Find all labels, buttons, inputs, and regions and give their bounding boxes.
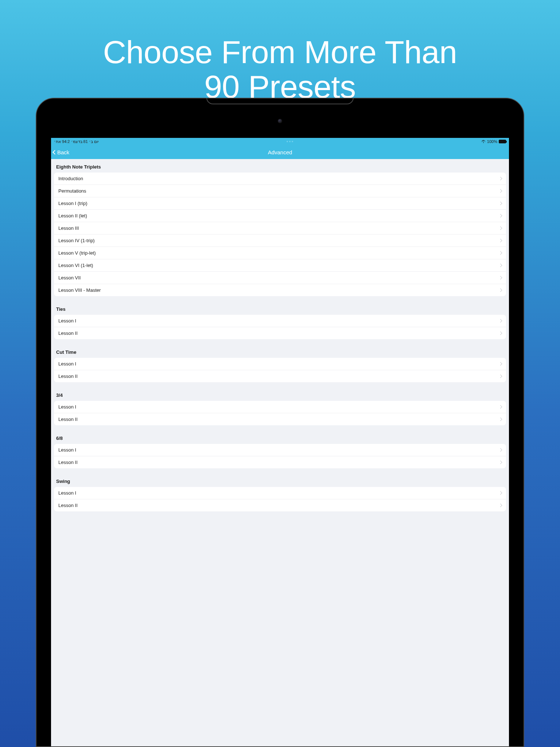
section-header: Cut Time	[51, 339, 509, 358]
back-label: Back	[57, 149, 69, 155]
battery-icon	[499, 140, 506, 143]
list-item-label: Lesson I	[58, 447, 76, 453]
chevron-left-icon	[52, 150, 57, 155]
battery-percent: 100%	[487, 139, 497, 144]
chevron-right-icon	[499, 202, 502, 205]
chevron-right-icon	[499, 289, 502, 292]
list-item[interactable]: Lesson II	[54, 413, 506, 425]
section-group: Lesson ILesson II	[54, 315, 506, 339]
status-bar: יום ב׳ 18 בדצמ׳ 2:49 אח׳ 100%	[51, 138, 509, 145]
list-item[interactable]: Lesson I	[54, 487, 506, 499]
list-item[interactable]: Lesson VII	[54, 271, 506, 284]
list-item[interactable]: Lesson II	[54, 499, 506, 511]
list-item[interactable]: Lesson I	[54, 358, 506, 370]
chevron-right-icon	[499, 177, 502, 181]
section-group: Lesson ILesson II	[54, 358, 506, 382]
list-item[interactable]: Lesson II	[54, 327, 506, 339]
chevron-right-icon	[499, 375, 502, 378]
section-header: 6/8	[51, 425, 509, 444]
section-group: IntroductionPermutationsLesson I (trip)L…	[54, 173, 506, 296]
preset-list[interactable]: Eighth Note TripletsIntroductionPermutat…	[51, 159, 509, 511]
list-item-label: Lesson I (trip)	[58, 201, 87, 206]
section-header: Swing	[51, 468, 509, 487]
list-item[interactable]: Lesson II	[54, 370, 506, 382]
chevron-right-icon	[499, 227, 502, 230]
wifi-icon	[481, 140, 486, 143]
chevron-right-icon	[499, 362, 502, 366]
app-screen: יום ב׳ 18 בדצמ׳ 2:49 אח׳ 100% Back Advan…	[51, 138, 509, 746]
chevron-right-icon	[499, 189, 502, 193]
status-right: 100%	[481, 139, 506, 144]
list-item-label: Lesson I	[58, 404, 76, 410]
camera-dot	[278, 119, 282, 123]
list-item[interactable]: Lesson IV (1-trip)	[54, 234, 506, 247]
back-button[interactable]: Back	[51, 149, 69, 155]
chevron-right-icon	[499, 239, 502, 243]
list-item-label: Lesson III	[58, 225, 79, 231]
chevron-right-icon	[499, 214, 502, 218]
chevron-right-icon	[499, 405, 502, 409]
list-item-label: Lesson V (trip-let)	[58, 250, 96, 256]
list-item[interactable]: Lesson I	[54, 401, 506, 413]
chevron-right-icon	[499, 251, 502, 255]
hero-line-1: Choose From More Than	[103, 34, 457, 70]
list-item[interactable]: Lesson III	[54, 222, 506, 234]
list-item-label: Permutations	[58, 188, 86, 194]
chevron-right-icon	[499, 332, 502, 335]
chevron-right-icon	[499, 264, 502, 267]
status-time: יום ב׳ 18 בדצמ׳ 2:49 אח׳	[54, 139, 98, 144]
list-item-label: Lesson II	[58, 417, 78, 422]
list-item-label: Lesson IV (1-trip)	[58, 238, 95, 243]
section-header: Ties	[51, 296, 509, 315]
list-item[interactable]: Lesson VI (1-let)	[54, 259, 506, 271]
list-item[interactable]: Permutations	[54, 185, 506, 197]
list-item[interactable]: Lesson II (let)	[54, 209, 506, 222]
list-item-label: Lesson VIII - Master	[58, 287, 101, 293]
list-item[interactable]: Lesson I (trip)	[54, 197, 506, 209]
nav-bar: Back Advanced	[51, 145, 509, 159]
chevron-right-icon	[499, 461, 502, 464]
section-group: Lesson ILesson II	[54, 401, 506, 425]
list-item[interactable]: Lesson II	[54, 456, 506, 468]
list-item-label: Lesson I	[58, 361, 76, 367]
list-item-label: Lesson II	[58, 460, 78, 465]
chevron-right-icon	[499, 504, 502, 507]
list-item-label: Lesson I	[58, 318, 76, 324]
list-item-label: Lesson II	[58, 330, 78, 336]
section-header: 3/4	[51, 382, 509, 401]
chevron-right-icon	[499, 319, 502, 323]
list-item[interactable]: Lesson VIII - Master	[54, 284, 506, 296]
chevron-right-icon	[499, 491, 502, 495]
chevron-right-icon	[499, 448, 502, 452]
section-group: Lesson ILesson II	[54, 487, 506, 511]
list-item[interactable]: Introduction	[54, 173, 506, 185]
list-item[interactable]: Lesson I	[54, 444, 506, 456]
list-item[interactable]: Lesson I	[54, 315, 506, 327]
chevron-right-icon	[499, 276, 502, 280]
chevron-right-icon	[499, 418, 502, 421]
promo-background: Choose From More Than 90 Presets יום ב׳ …	[0, 0, 560, 747]
list-item-label: Lesson II	[58, 503, 78, 508]
section-group: Lesson ILesson II	[54, 444, 506, 468]
list-item-label: Introduction	[58, 176, 83, 181]
list-item-label: Lesson VI (1-let)	[58, 263, 93, 268]
tablet-frame: יום ב׳ 18 בדצמ׳ 2:49 אח׳ 100% Back Advan…	[36, 98, 524, 747]
list-item-label: Lesson II (let)	[58, 213, 87, 218]
list-item-label: Lesson I	[58, 490, 76, 496]
list-item-label: Lesson VII	[58, 275, 81, 280]
nav-title: Advanced	[268, 149, 292, 155]
section-header: Eighth Note Triplets	[51, 159, 509, 173]
page-dots-icon	[287, 141, 293, 142]
list-item-label: Lesson II	[58, 374, 78, 379]
hero-headline: Choose From More Than 90 Presets	[0, 35, 560, 104]
list-item[interactable]: Lesson V (trip-let)	[54, 247, 506, 259]
